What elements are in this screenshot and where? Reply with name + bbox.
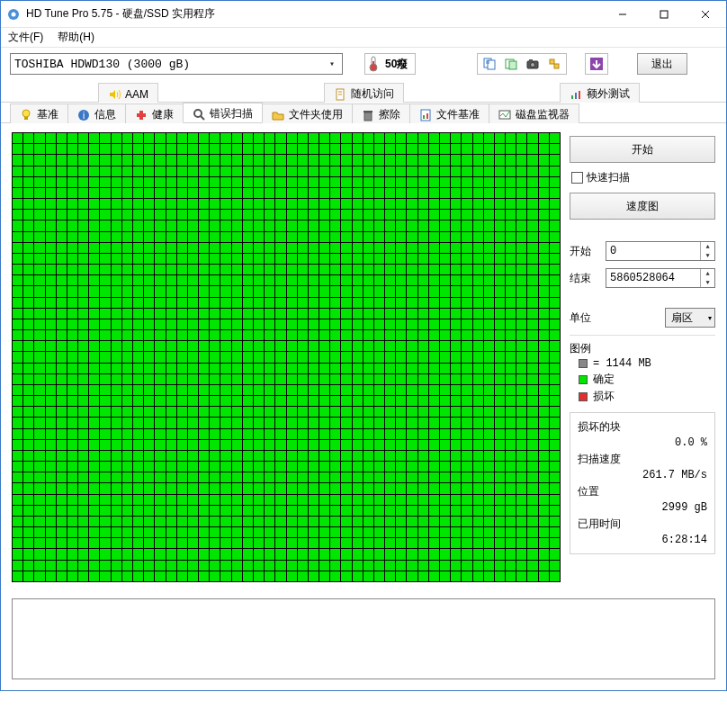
svg-rect-38 <box>423 115 425 119</box>
position-value: 2999 gB <box>578 499 707 516</box>
lightbulb-icon <box>20 109 32 121</box>
minimize-button[interactable] <box>602 1 643 27</box>
svg-line-34 <box>201 116 204 120</box>
svg-rect-28 <box>24 117 28 120</box>
svg-rect-19 <box>554 64 559 68</box>
close-button[interactable] <box>685 1 726 27</box>
app-icon <box>6 7 21 22</box>
minimize-to-tray-button[interactable] <box>585 53 608 75</box>
legend-block-swatch <box>579 359 588 368</box>
tab-benchmark[interactable]: 基准 <box>10 103 68 123</box>
save-screenshot-button[interactable] <box>523 55 543 73</box>
settings-button[interactable] <box>544 55 564 73</box>
svg-rect-14 <box>509 61 516 69</box>
spin-down-icon[interactable]: ▼ <box>701 251 714 260</box>
toolbar-icon-group <box>477 53 567 75</box>
spin-up-icon[interactable]: ▲ <box>701 269 714 278</box>
document-icon <box>334 88 346 101</box>
tab-folder-usage[interactable]: 文件夹使用 <box>262 103 353 123</box>
folder-icon <box>272 109 284 121</box>
info-icon: i <box>77 109 90 121</box>
tabs-row-top: AAM 随机访问 额外测试 <box>1 82 726 103</box>
window-title: HD Tune Pro 5.75 - 硬盘/SSD 实用程序 <box>26 6 602 22</box>
svg-rect-39 <box>426 113 428 119</box>
end-sector-input[interactable]: 5860528064 ▲▼ <box>606 268 715 288</box>
elapsed-value: 6:28:14 <box>578 532 707 548</box>
svg-rect-25 <box>575 93 577 99</box>
start-sector-input[interactable]: 0 ▲▼ <box>606 241 715 261</box>
spin-down-icon[interactable]: ▼ <box>701 278 714 287</box>
legend-title: 图例 <box>570 341 715 356</box>
legend-bad-swatch <box>579 392 588 401</box>
copy-screenshot-button[interactable] <box>501 55 521 73</box>
menu-help[interactable]: 帮助(H) <box>58 30 94 45</box>
svg-rect-37 <box>421 110 430 121</box>
tab-health[interactable]: 健康 <box>125 103 184 123</box>
stats-box: 损坏的块 0.0 % 扫描速度 261.7 MB/s 位置 2999 gB 已用… <box>570 412 715 554</box>
plus-icon <box>135 109 148 121</box>
speaker-icon <box>108 88 121 101</box>
svg-rect-32 <box>137 113 146 117</box>
log-output <box>12 598 715 679</box>
svg-rect-24 <box>571 95 573 99</box>
legend-bad-label: 损坏 <box>593 389 615 404</box>
menu-file[interactable]: 文件(F) <box>8 30 43 45</box>
start-sector-label: 开始 <box>570 244 600 259</box>
start-button[interactable]: 开始 <box>570 136 715 163</box>
exit-button[interactable]: 退出 <box>637 53 687 75</box>
legend-ok-swatch <box>579 375 588 384</box>
chart-icon <box>570 88 582 101</box>
copy-info-button[interactable] <box>480 55 499 73</box>
quick-scan-checkbox[interactable] <box>571 172 583 184</box>
speed-map-button[interactable]: 速度图 <box>570 193 715 220</box>
svg-text:i: i <box>83 111 85 121</box>
thermometer-icon <box>367 56 380 72</box>
unit-label: 单位 <box>570 310 600 326</box>
temperature-value: 50癈 <box>385 57 408 72</box>
tabs-row-bottom: 基准 i 信息 健康 错误扫描 文件夹使用 <box>1 103 726 123</box>
temperature-display: 50癈 <box>364 53 416 75</box>
side-panel: 开始 快速扫描 速度图 开始 0 ▲▼ 结束 5860528064 <box>570 132 715 582</box>
content-area: 开始 快速扫描 速度图 开始 0 ▲▼ 结束 5860528064 <box>1 123 726 591</box>
svg-rect-18 <box>550 59 554 64</box>
svg-rect-35 <box>364 112 372 121</box>
svg-rect-26 <box>579 91 580 99</box>
chevron-down-icon: ▾ <box>708 314 712 322</box>
svg-point-33 <box>194 110 202 117</box>
tab-erase[interactable]: 擦除 <box>352 103 410 123</box>
svg-point-16 <box>531 63 535 67</box>
legend-block-label: = 1144 MB <box>593 357 651 370</box>
chevron-down-icon: ▾ <box>324 56 340 72</box>
tab-random-access[interactable]: 随机访问 <box>324 83 404 103</box>
tab-error-scan[interactable]: 错误扫描 <box>183 103 263 122</box>
unit-select[interactable]: 扇区 ▾ <box>665 308 715 328</box>
disk-select[interactable]: TOSHIBA HDWD130 (3000 gB) ▾ <box>10 53 343 75</box>
svg-rect-36 <box>364 111 372 112</box>
titlebar: HD Tune Pro 5.75 - 硬盘/SSD 实用程序 <box>1 1 726 28</box>
svg-point-27 <box>22 110 30 117</box>
disk-select-value: TOSHIBA HDWD130 (3000 gB) <box>14 58 190 71</box>
menubar: 文件(F) 帮助(H) <box>1 28 726 48</box>
file-chart-icon <box>419 109 432 121</box>
speed-value: 261.7 MB/s <box>578 467 707 483</box>
damaged-value: 0.0 % <box>578 435 707 451</box>
svg-rect-17 <box>529 59 533 62</box>
position-label: 位置 <box>578 483 707 499</box>
tab-aam[interactable]: AAM <box>98 83 158 103</box>
tab-file-benchmark[interactable]: 文件基准 <box>409 103 489 123</box>
scan-block-map <box>12 132 561 582</box>
legend: 图例 = 1144 MB 确定 损坏 <box>570 335 715 405</box>
tab-extra-tests[interactable]: 额外测试 <box>560 83 640 103</box>
spin-up-icon[interactable]: ▲ <box>701 242 714 251</box>
svg-rect-8 <box>372 61 374 67</box>
speed-label: 扫描速度 <box>578 451 707 467</box>
tab-info[interactable]: i 信息 <box>67 103 126 123</box>
tab-disk-monitor[interactable]: 磁盘监视器 <box>489 103 579 123</box>
monitor-icon <box>498 109 511 121</box>
svg-rect-3 <box>660 11 668 18</box>
trash-icon <box>362 109 374 121</box>
maximize-button[interactable] <box>643 1 685 27</box>
end-sector-label: 结束 <box>570 271 600 286</box>
elapsed-label: 已用时间 <box>578 516 707 532</box>
quick-scan-label: 快速扫描 <box>587 170 630 185</box>
